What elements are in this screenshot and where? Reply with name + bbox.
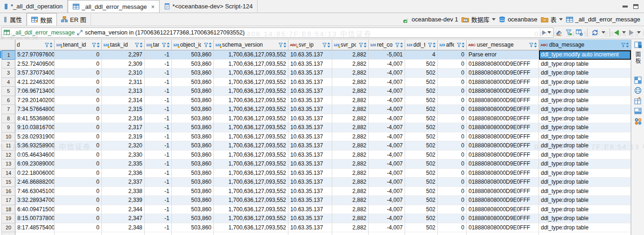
grid-cell-object_id[interactable]: 503,860 — [172, 205, 214, 214]
grid-cell-dba_message[interactable]: ddl_type:drop table — [539, 69, 631, 78]
grid-cell-targ[interactable]: -1 — [145, 96, 172, 105]
grid-cell-svr_ip[interactable]: 10.63.35.137 — [288, 132, 332, 142]
grid-cell-task_id[interactable]: 2,316 — [102, 114, 145, 124]
grid-cell-ret_code[interactable]: -4,007 — [369, 214, 405, 223]
grid-cell-ret_code[interactable]: -4,007 — [369, 69, 405, 78]
grid-cell-dba_message[interactable]: ddl_type:drop table — [539, 132, 631, 142]
column-header-targ[interactable]: 123targ — [145, 40, 172, 50]
grid-cell-user_message[interactable]: 018880808000D9E0FFF — [467, 214, 539, 223]
grid-cell-affect[interactable]: 0 — [438, 205, 467, 214]
breadcrumb-connection[interactable]: oceanbase-dev 1 — [403, 16, 458, 23]
grid-cell-user_message[interactable]: 018880808000D9E0FFF — [467, 123, 539, 132]
grid-cell-ret_code[interactable]: -4,007 — [369, 141, 405, 151]
grid-cell-dba_message[interactable]: ddl_type:drop table — [539, 114, 631, 124]
grid-cell-ddl_type[interactable]: 502 — [405, 69, 438, 78]
grid-cell-schema_version[interactable]: 1,700,636,127,093,552 — [214, 214, 288, 223]
grid-cell-svr_port[interactable]: 2,882 — [332, 178, 369, 187]
grid-cell-d[interactable]: 8:41.553686000 — [15, 114, 55, 124]
grid-cell-object_id[interactable]: 503,860 — [172, 123, 214, 132]
grid-cell-user_message[interactable]: 018880808000D9E0FFF — [467, 196, 539, 205]
grid-cell-task_id[interactable]: 2,339 — [102, 196, 145, 205]
sort-icon[interactable] — [364, 42, 367, 48]
grid-cell-ddl_type[interactable]: 502 — [405, 96, 438, 105]
grid-cell-svr_port[interactable]: 2,882 — [332, 123, 369, 132]
grid-cell-svr_port[interactable]: 2,882 — [332, 105, 369, 114]
grid-cell-svr_port[interactable]: 2,882 — [332, 159, 369, 169]
grid-cell-svr_ip[interactable]: 10.63.35.137 — [288, 196, 332, 205]
grid-cell-user_message[interactable]: 018880808000D9E0FFF — [467, 69, 539, 78]
row-number[interactable]: 19 — [2, 214, 15, 223]
grid-cell-schema_version[interactable]: 1,700,636,127,093,552 — [214, 114, 288, 124]
grid-cell-task_id[interactable]: 2,315 — [102, 105, 145, 114]
grid-cell-tenant_id[interactable]: 0 — [55, 96, 102, 105]
grid-cell-task_id[interactable]: 2,337 — [102, 178, 145, 187]
grid-cell-svr_ip[interactable]: 10.63.35.137 — [288, 141, 332, 151]
grid-cell-tenant_id[interactable]: 0 — [55, 205, 102, 214]
grid-cell-ret_code[interactable]: -4,007 — [369, 96, 405, 105]
grid-cell-schema_version[interactable]: 1,700,636,127,093,552 — [214, 169, 288, 178]
grid-cell-dba_message[interactable]: ddl_type:drop table — [539, 196, 631, 205]
grid-cell-affect[interactable]: 0 — [438, 223, 467, 233]
row-number[interactable]: 4 — [2, 78, 15, 87]
grid-cell-schema_version[interactable]: 1,700,636,127,093,552 — [214, 87, 288, 96]
grid-cell-tenant_id[interactable]: 0 — [55, 60, 102, 69]
grid-cell-dba_message[interactable]: ddl_type:drop table — [539, 96, 631, 105]
sort-icon[interactable] — [97, 42, 100, 48]
refresh-menu-icon[interactable] — [602, 31, 605, 34]
grid-cell-d[interactable]: 0:22.180060000 — [15, 169, 55, 178]
grid-cell-svr_ip[interactable]: 10.63.35.137 — [288, 105, 332, 114]
grid-cell-svr_ip[interactable]: 10.63.35.137 — [288, 178, 332, 187]
grid-cell-tenant_id[interactable]: 0 — [55, 50, 102, 60]
grid-cell-dba_message[interactable]: ddl_type:drop table — [539, 78, 631, 87]
grid-cell-affect[interactable]: 0 — [438, 87, 467, 96]
grid-cell-user_message[interactable]: 018880808000D9E0FFF — [467, 141, 539, 151]
grid-cell-dba_message[interactable]: ddl_type:drop table — [539, 123, 631, 132]
chevron-down-icon[interactable] — [559, 18, 563, 21]
column-header-ddl_type[interactable]: 123ddl_type — [405, 40, 438, 50]
grid-cell-dba_message[interactable]: ddl_type:drop table — [539, 223, 631, 233]
grid-cell-affect[interactable]: 0 — [438, 123, 467, 132]
grid-cell-d[interactable]: 3:32.289347000 — [15, 196, 55, 205]
column-header-affect[interactable]: 123affect — [438, 40, 467, 50]
grid-cell-ddl_type[interactable]: 4 — [405, 50, 438, 60]
grid-cell-ddl_type[interactable]: 502 — [405, 141, 438, 151]
grid-cell-svr_port[interactable]: 2,882 — [332, 187, 369, 196]
sort-icon[interactable] — [327, 42, 330, 48]
tab-er-diagram[interactable]: ER 图 — [57, 13, 91, 26]
sort-icon[interactable] — [140, 42, 143, 48]
grid-cell-object_id[interactable]: 503,860 — [172, 141, 214, 151]
grid-cell-object_id[interactable]: 503,860 — [172, 169, 214, 178]
grid-cell-svr_port[interactable]: 2,882 — [332, 214, 369, 223]
grid-cell-object_id[interactable]: 503,860 — [172, 196, 214, 205]
row-number[interactable]: 14 — [2, 169, 15, 178]
grid-cell-affect[interactable]: 0 — [438, 78, 467, 87]
column-header-schema_version[interactable]: 123schema_version — [214, 40, 288, 50]
grid-cell-task_id[interactable]: 2,348 — [102, 223, 145, 233]
grid-cell-user_message[interactable]: 018880808000D9E0FFF — [467, 60, 539, 69]
grid-cell-ddl_type[interactable]: 502 — [405, 60, 438, 69]
record-mode-icon[interactable] — [634, 87, 642, 94]
grid-cell-ret_code[interactable]: -4,007 — [369, 169, 405, 178]
forward-arrow-icon[interactable] — [629, 30, 634, 35]
grid-cell-svr_ip[interactable]: 10.63.35.137 — [288, 78, 332, 87]
grid-cell-svr_port[interactable]: 2,882 — [332, 151, 369, 160]
row-number[interactable]: 10 — [2, 132, 15, 142]
grid-cell-svr_port[interactable]: 2,882 — [332, 223, 369, 233]
tab-data[interactable]: 数据 — [27, 13, 57, 26]
grid-cell-affect[interactable]: 0 — [438, 187, 467, 196]
grid-cell-affect[interactable]: 0 — [438, 178, 467, 187]
grid-cell-d[interactable]: 6:09.230890000 — [15, 159, 55, 169]
grid-cell-task_id[interactable]: 2,309 — [102, 60, 145, 69]
grid-cell-svr_ip[interactable]: 10.63.35.137 — [288, 169, 332, 178]
grid-cell-targ[interactable]: -1 — [145, 205, 172, 214]
grid-cell-object_id[interactable]: 503,860 — [172, 214, 214, 223]
grid-cell-dba_message[interactable]: ddl_type:drop table — [539, 214, 631, 223]
grid-cell-task_id[interactable]: 2,338 — [102, 187, 145, 196]
grid-cell-dba_message[interactable]: ddl_type:drop table — [539, 205, 631, 214]
grid-cell-targ[interactable]: -1 — [145, 105, 172, 114]
grid-cell-ret_code[interactable]: -4,007 — [369, 178, 405, 187]
grid-cell-tenant_id[interactable]: 0 — [55, 196, 102, 205]
grid-cell-ddl_type[interactable]: 502 — [405, 196, 438, 205]
grid-cell-svr_ip[interactable]: 10.63.35.137 — [288, 123, 332, 132]
forward-menu-icon[interactable] — [637, 31, 641, 34]
